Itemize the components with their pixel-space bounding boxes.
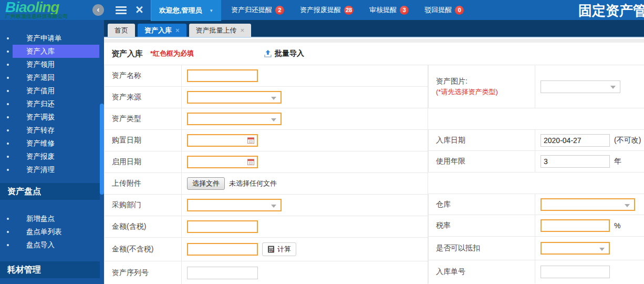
app-title: 固定资产管理系统 (578, 2, 644, 20)
field-label: 使用年限 (429, 151, 535, 172)
field-label: 资产来源 (105, 87, 182, 108)
purchase-dept-select[interactable] (187, 199, 282, 211)
sidebar-item-new-inventory[interactable]: 新增盘点 (0, 212, 104, 225)
chevron-down-icon (625, 204, 630, 207)
sidebar-submenu-inventory: 新增盘点 盘点单列表 盘点导入 (0, 200, 104, 251)
sidebar-item-asset-transfer[interactable]: 资产调拨 (0, 110, 104, 124)
field-label: 金额(含税) (105, 216, 182, 237)
upload-icon (264, 49, 272, 58)
calculate-button[interactable]: 计算 (262, 242, 296, 256)
chevron-down-icon: ▼ (209, 8, 213, 13)
asset-name-input[interactable] (187, 69, 258, 82)
notification-asset-return[interactable]: 资产归还提醒 2 (231, 5, 284, 15)
selected-highlight (13, 45, 99, 58)
inbound-order-input[interactable] (541, 266, 610, 278)
warehouse-select[interactable] (541, 198, 635, 211)
field-suffix: 年 (614, 157, 621, 166)
asset-serial-input[interactable] (187, 267, 258, 279)
notification-badge: 3 (400, 6, 409, 15)
notification-label: 资产归还提醒 (231, 5, 272, 15)
asset-type-select[interactable] (187, 113, 282, 125)
field-suffix: (不可改) (614, 136, 641, 145)
required-hint: *红色框为必填 (150, 49, 194, 58)
form-left-table: 资产名称 资产来源 资产类型 购置日期 (104, 65, 428, 284)
form-row: 仓库 (428, 194, 644, 215)
sidebar-item-asset-request[interactable]: 资产申请单 (0, 32, 104, 45)
notification-asset-scrap[interactable]: 资产报废提醒 28 (300, 5, 354, 15)
form-row: 金额(不含税) 计算 (105, 238, 428, 261)
form-toolbar: 资产入库 *红色框为必填 批量导入 (104, 43, 644, 65)
bullet-icon (7, 169, 9, 171)
sidebar-item-asset-issue[interactable]: 资产领用 (0, 58, 104, 71)
sidebar-menu: 资产申请单 资产入库 资产领用 资产退回 资产借用 资产归还 资产调拨 资产转存… (0, 20, 104, 176)
close-icon[interactable]: × (175, 26, 180, 34)
close-icon[interactable]: × (241, 26, 245, 34)
scrollbar-thumb[interactable] (100, 104, 104, 195)
field-sublabel: (*请先选择资产类型) (436, 87, 535, 97)
calendar-icon[interactable] (247, 136, 255, 144)
brand-name: Biaoling (5, 1, 89, 14)
chevron-left-icon: ‹ (97, 5, 100, 14)
sidebar-item-asset-cleanup[interactable]: 资产清理 (0, 163, 104, 176)
page-title: 资产入库 (111, 49, 143, 59)
bullet-icon (7, 218, 9, 220)
useful-life-input[interactable] (541, 155, 610, 168)
chevron-down-icon (271, 205, 276, 208)
batch-import-button[interactable]: 批量导入 (264, 49, 304, 58)
sidebar-section-inventory[interactable]: 资产盘点 (0, 183, 100, 200)
bullet-icon (7, 103, 9, 105)
notification-badge: 0 (455, 6, 464, 15)
sidebar-item-asset-repair[interactable]: 资产维修 (0, 137, 104, 150)
asset-source-select[interactable] (187, 91, 282, 104)
deductible-select[interactable] (541, 242, 610, 255)
sidebar-item-asset-giveback[interactable]: 资产归还 (0, 97, 104, 110)
asset-photo-select[interactable] (541, 80, 620, 93)
field-label: 入库单号 (429, 260, 535, 283)
welcome-label: 欢迎您,管理员 (159, 6, 202, 15)
field-label: 资产名称 (105, 65, 182, 86)
chevron-down-icon (599, 248, 605, 251)
close-icon[interactable]: × (136, 2, 143, 17)
field-label: 购置日期 (105, 130, 182, 151)
tax-rate-input[interactable] (541, 219, 610, 232)
form-row: 启用日期 (105, 151, 428, 173)
bullet-icon (7, 64, 9, 66)
bullet-icon (7, 77, 9, 79)
field-suffix: % (614, 221, 620, 230)
choose-file-button[interactable]: 选择文件 (187, 177, 225, 190)
form-row: 资产类型 (105, 108, 428, 130)
amount-without-tax-input[interactable] (187, 243, 258, 256)
asset-form: 资产名称 资产来源 资产类型 购置日期 (104, 65, 644, 284)
hamburger-menu-icon[interactable] (116, 6, 127, 16)
field-label: 金额(不含税) (105, 238, 182, 261)
inbound-date-input[interactable] (541, 134, 610, 147)
notification-audit[interactable]: 审核提醒 3 (369, 5, 409, 15)
field-label: 资产图片: (436, 77, 535, 86)
bullet-icon (7, 116, 9, 118)
app-root: Biaoling 广州标顶信息科技有限公司 ‹ × 欢迎您,管理员 ▼ 资产归还… (0, 0, 644, 284)
sidebar-section-consumables[interactable]: 耗材管理 (0, 261, 100, 278)
tab-batch-upload[interactable]: 资产批量上传 × (189, 24, 252, 37)
form-row: 购置日期 (105, 130, 428, 151)
sidebar-item-inventory-import[interactable]: 盘点导入 (0, 238, 104, 251)
notification-badge: 28 (344, 6, 354, 15)
sidebar-item-asset-return-back[interactable]: 资产退回 (0, 71, 104, 84)
collapse-sidebar-button[interactable]: ‹ (92, 4, 104, 16)
sidebar-scrollbar[interactable] (100, 20, 104, 284)
sidebar-item-asset-store[interactable]: 资产转存 (0, 124, 104, 137)
sidebar-item-inventory-list[interactable]: 盘点单列表 (0, 225, 104, 238)
tab-home[interactable]: 首页 (108, 24, 135, 37)
sidebar-item-asset-inbound[interactable]: 资产入库 (0, 45, 104, 58)
chevron-down-icon (271, 97, 276, 100)
form-row: 税率 % (428, 215, 644, 237)
field-label: 是否可以抵扣 (429, 237, 535, 260)
amount-with-tax-input[interactable] (187, 220, 258, 233)
user-dropdown[interactable]: 欢迎您,管理员 ▼ (151, 0, 221, 21)
tab-asset-inbound[interactable]: 资产入库 × (138, 24, 186, 37)
notification-reject[interactable]: 驳回提醒 0 (424, 5, 464, 15)
form-row: 资产序列号 (105, 261, 428, 284)
sidebar-item-asset-scrap[interactable]: 资产报废 (0, 150, 104, 163)
calendar-icon[interactable] (247, 158, 255, 166)
sidebar-item-asset-borrow[interactable]: 资产借用 (0, 84, 104, 97)
field-label: 资产序列号 (105, 261, 182, 284)
